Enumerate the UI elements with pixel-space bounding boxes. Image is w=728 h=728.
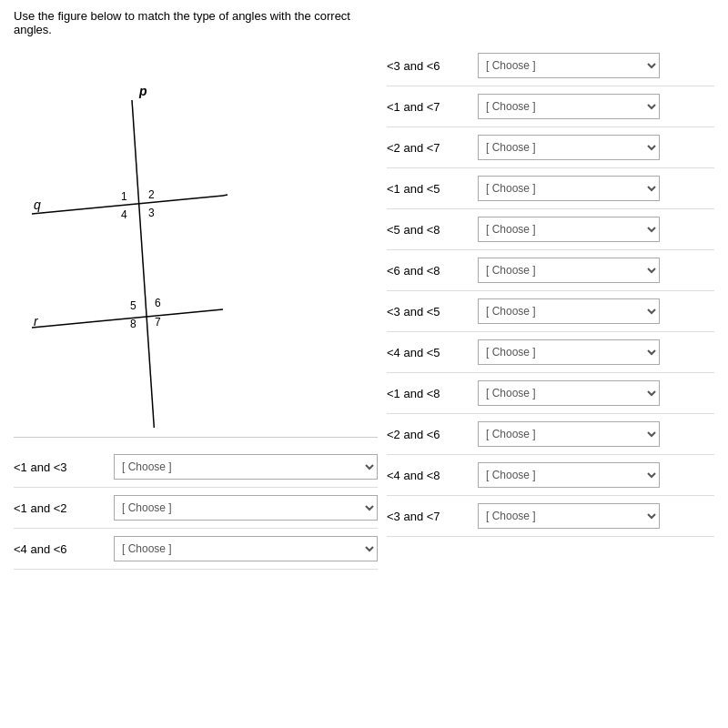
svg-text:8: 8: [130, 318, 136, 330]
svg-text:q: q: [34, 197, 41, 212]
label-3-5: <3 and <5: [387, 305, 469, 318]
label-1-8: <1 and <8: [387, 387, 469, 400]
question-row-4-8: <4 and <8 [ Choose ]Vertical anglesAdjac…: [387, 455, 714, 496]
right-questions-section: <3 and <6 [ Choose ]Vertical anglesAdjac…: [378, 46, 714, 570]
question-row-3-7: <3 and <7 [ Choose ]Vertical anglesAdjac…: [387, 496, 714, 537]
select-2-7[interactable]: [ Choose ]Vertical anglesAdjacent angles…: [478, 135, 660, 160]
svg-line-3: [132, 100, 155, 428]
label-3-7: <3 and <7: [387, 510, 469, 523]
select-1-3[interactable]: [ Choose ] Vertical angles Adjacent angl…: [114, 454, 378, 480]
label-2-7: <2 and <7: [387, 141, 469, 155]
select-2-6[interactable]: [ Choose ]Vertical anglesAdjacent angles…: [478, 421, 660, 447]
select-3-5[interactable]: [ Choose ]Vertical anglesAdjacent angles…: [478, 298, 660, 324]
question-row-5-8: <5 and <8 [ Choose ]Vertical anglesAdjac…: [387, 209, 714, 250]
svg-line-0: [32, 196, 223, 214]
label-4-8: <4 and <8: [387, 469, 469, 482]
svg-text:2: 2: [148, 188, 155, 201]
select-6-8[interactable]: [ Choose ]Vertical anglesAdjacent angles…: [478, 258, 660, 283]
geometry-figure: p q r 1 2 3 4 5 6 7: [14, 46, 359, 428]
select-3-6[interactable]: [ Choose ]Vertical anglesAdjacent angles…: [478, 53, 660, 78]
figure-area: p q r 1 2 3 4 5 6 7: [14, 46, 378, 428]
select-1-7[interactable]: [ Choose ]Vertical anglesAdjacent angles…: [478, 94, 660, 119]
question-row-6-8: <6 and <8 [ Choose ]Vertical anglesAdjac…: [387, 250, 714, 291]
question-row-1-8: <1 and <8 [ Choose ]Vertical anglesAdjac…: [387, 373, 714, 414]
svg-text:p: p: [138, 84, 147, 98]
instruction: Use the figure below to match the type o…: [14, 9, 369, 36]
question-row-3-6: <3 and <6 [ Choose ]Vertical anglesAdjac…: [387, 46, 714, 86]
question-row-4-6: <4 and <6 [ Choose ] Vertical angles Adj…: [14, 529, 378, 570]
question-row-1-5: <1 and <5 [ Choose ]Vertical anglesAdjac…: [387, 168, 714, 209]
label-4-6: <4 and <6: [14, 542, 105, 556]
label-1-3: <1 and <3: [14, 460, 105, 474]
label-2-6: <2 and <6: [387, 428, 469, 441]
label-1-5: <1 and <5: [387, 182, 469, 196]
select-1-8[interactable]: [ Choose ]Vertical anglesAdjacent angles…: [478, 380, 660, 406]
svg-text:7: 7: [155, 316, 161, 329]
question-row-1-7: <1 and <7 [ Choose ]Vertical anglesAdjac…: [387, 86, 714, 127]
question-row-1-2: <1 and <2 [ Choose ] Vertical angles Adj…: [14, 488, 378, 529]
svg-text:6: 6: [155, 297, 161, 309]
label-4-5: <4 and <5: [387, 346, 469, 359]
select-4-8[interactable]: [ Choose ]Vertical anglesAdjacent angles…: [478, 462, 660, 488]
question-row-1-3: <1 and <3 [ Choose ] Vertical angles Adj…: [14, 447, 378, 488]
question-row-3-5: <3 and <5 [ Choose ]Vertical anglesAdjac…: [387, 291, 714, 332]
label-1-2: <1 and <2: [14, 501, 105, 515]
svg-text:1: 1: [121, 190, 127, 203]
select-3-7[interactable]: [ Choose ]Vertical anglesAdjacent angles…: [478, 503, 660, 529]
select-1-5[interactable]: [ Choose ]Vertical anglesAdjacent angles…: [478, 176, 660, 201]
svg-text:3: 3: [148, 207, 155, 219]
label-6-8: <6 and <8: [387, 264, 469, 278]
label-5-8: <5 and <8: [387, 223, 469, 237]
svg-line-1: [223, 195, 228, 196]
label-3-6: <3 and <6: [387, 59, 469, 73]
label-1-7: <1 and <7: [387, 100, 469, 114]
question-row-4-5: <4 and <5 [ Choose ]Vertical anglesAdjac…: [387, 332, 714, 373]
select-1-2[interactable]: [ Choose ] Vertical angles Adjacent angl…: [114, 495, 378, 521]
svg-line-2: [32, 309, 223, 328]
left-questions-section: <1 and <3 [ Choose ] Vertical angles Adj…: [14, 437, 378, 570]
select-4-5[interactable]: [ Choose ]Vertical anglesAdjacent angles…: [478, 339, 660, 365]
question-row-2-7: <2 and <7 [ Choose ]Vertical anglesAdjac…: [387, 127, 714, 168]
select-4-6[interactable]: [ Choose ] Vertical angles Adjacent angl…: [114, 536, 378, 561]
svg-text:4: 4: [121, 208, 127, 221]
svg-text:5: 5: [130, 299, 136, 312]
question-row-2-6: <2 and <6 [ Choose ]Vertical anglesAdjac…: [387, 414, 714, 455]
select-5-8[interactable]: [ Choose ]Vertical anglesAdjacent angles…: [478, 217, 660, 242]
